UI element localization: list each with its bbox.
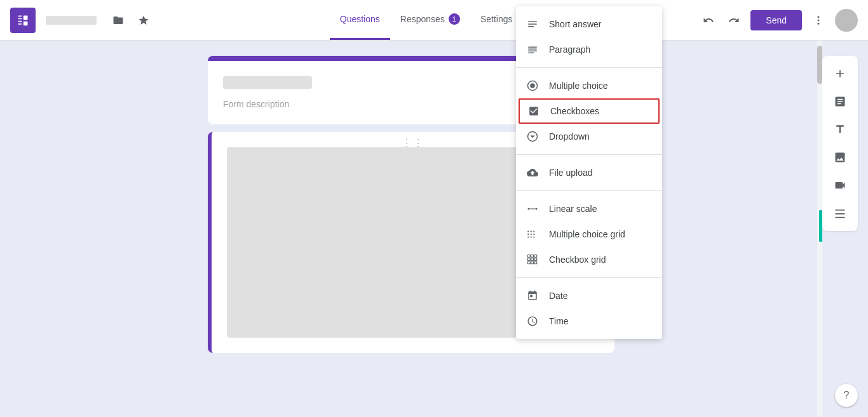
menu-item-linear-scale-label: Linear scale [549, 204, 597, 214]
menu-item-cb-grid-label: Checkbox grid [549, 255, 606, 265]
svg-rect-29 [534, 258, 537, 261]
redo-button[interactable] [722, 9, 745, 32]
menu-item-paragraph-label: Paragraph [549, 44, 590, 55]
svg-point-18 [533, 234, 534, 235]
topbar: Questions Responses 1 Settings Send [0, 0, 868, 41]
send-button[interactable]: Send [750, 10, 802, 30]
linear-scale-icon [526, 202, 539, 215]
svg-rect-4 [24, 15, 28, 20]
menu-item-linear-scale[interactable]: Linear scale [516, 196, 662, 222]
tabs: Questions Responses 1 Settings [330, 0, 523, 40]
divider-1 [516, 67, 662, 68]
svg-point-14 [536, 208, 538, 210]
title-placeholder [46, 16, 97, 25]
svg-point-12 [528, 208, 530, 210]
responses-badge: 1 [449, 13, 460, 25]
form-title-placeholder [223, 76, 312, 89]
svg-point-7 [818, 19, 820, 21]
svg-point-10 [530, 83, 535, 88]
time-icon [526, 315, 539, 328]
tab-responses[interactable]: Responses 1 [390, 0, 470, 40]
svg-rect-24 [528, 255, 531, 258]
svg-rect-26 [534, 255, 537, 258]
scrollbar-thumb[interactable] [817, 46, 822, 84]
menu-item-checkboxes[interactable]: Checkboxes [519, 98, 660, 124]
question-type-dropdown: Short answer Paragraph Multiple choice C… [516, 6, 662, 339]
svg-point-19 [531, 236, 532, 237]
svg-point-21 [527, 230, 529, 232]
svg-point-17 [531, 234, 532, 235]
paragraph-icon [526, 43, 539, 56]
divider-3 [516, 190, 662, 191]
svg-rect-1 [18, 18, 22, 19]
green-indicator [819, 210, 822, 242]
menu-item-multiple-choice[interactable]: Multiple choice [516, 73, 662, 98]
svg-point-16 [533, 230, 534, 232]
dropdown-icon [526, 130, 539, 143]
menu-item-dropdown[interactable]: Dropdown [516, 124, 662, 149]
right-sidebar [822, 56, 858, 231]
svg-rect-28 [531, 258, 534, 261]
topbar-icons [107, 9, 155, 32]
menu-item-paragraph[interactable]: Paragraph [516, 37, 662, 62]
multiple-choice-icon [526, 79, 539, 92]
menu-item-file-upload-label: File upload [549, 168, 593, 178]
title-block [46, 16, 97, 25]
mc-grid-icon [526, 228, 539, 241]
avatar [835, 9, 858, 32]
svg-rect-31 [531, 261, 534, 264]
svg-point-6 [818, 16, 820, 18]
menu-item-date[interactable]: Date [516, 283, 662, 308]
short-answer-icon [526, 18, 539, 30]
add-section-button[interactable] [827, 201, 853, 226]
drag-handle: ⋮⋮ [402, 137, 424, 149]
menu-item-multiple-choice-label: Multiple choice [549, 81, 608, 91]
add-image-sidebar-button[interactable] [827, 145, 853, 170]
divider-4 [516, 277, 662, 278]
cb-grid-icon [526, 253, 539, 266]
svg-rect-2 [18, 20, 22, 22]
file-upload-icon [526, 166, 539, 179]
menu-item-date-label: Date [549, 291, 568, 301]
topbar-left [10, 8, 155, 33]
checkboxes-icon [527, 105, 540, 117]
date-icon [526, 289, 539, 302]
svg-rect-25 [531, 255, 534, 258]
divider-2 [516, 154, 662, 155]
tab-settings[interactable]: Settings [470, 0, 523, 40]
star-button[interactable] [132, 9, 155, 32]
menu-item-short-answer-label: Short answer [549, 19, 601, 29]
help-button[interactable]: ? [835, 384, 858, 407]
more-options-button[interactable] [807, 9, 830, 32]
svg-rect-3 [18, 23, 22, 25]
menu-item-file-upload[interactable]: File upload [516, 160, 662, 185]
svg-rect-32 [534, 261, 537, 264]
menu-item-dropdown-label: Dropdown [549, 131, 590, 142]
menu-item-mc-grid[interactable]: Multiple choice grid [516, 222, 662, 247]
svg-point-20 [533, 236, 534, 237]
svg-point-15 [531, 230, 532, 232]
menu-item-cb-grid[interactable]: Checkbox grid [516, 247, 662, 272]
undo-redo [697, 9, 745, 32]
tab-questions[interactable]: Questions [330, 0, 390, 40]
add-title-button[interactable] [827, 117, 853, 142]
svg-point-22 [527, 234, 529, 235]
folder-button[interactable] [107, 9, 130, 32]
import-question-button[interactable] [827, 89, 853, 114]
svg-rect-5 [24, 21, 28, 25]
svg-rect-30 [528, 261, 531, 264]
main: Form description ⋮⋮ [0, 41, 868, 417]
form-area: Form description ⋮⋮ [0, 41, 822, 417]
topbar-right: Send [697, 9, 858, 32]
menu-item-time[interactable]: Time [516, 308, 662, 334]
svg-rect-0 [18, 15, 22, 17]
add-video-button[interactable] [827, 173, 853, 198]
menu-item-checkboxes-label: Checkboxes [550, 106, 599, 116]
svg-point-8 [818, 22, 820, 24]
undo-button[interactable] [697, 9, 720, 32]
svg-point-23 [527, 236, 529, 237]
app-icon [10, 8, 36, 33]
menu-item-short-answer[interactable]: Short answer [516, 11, 662, 37]
svg-rect-27 [528, 258, 531, 261]
add-question-button[interactable] [827, 61, 853, 86]
